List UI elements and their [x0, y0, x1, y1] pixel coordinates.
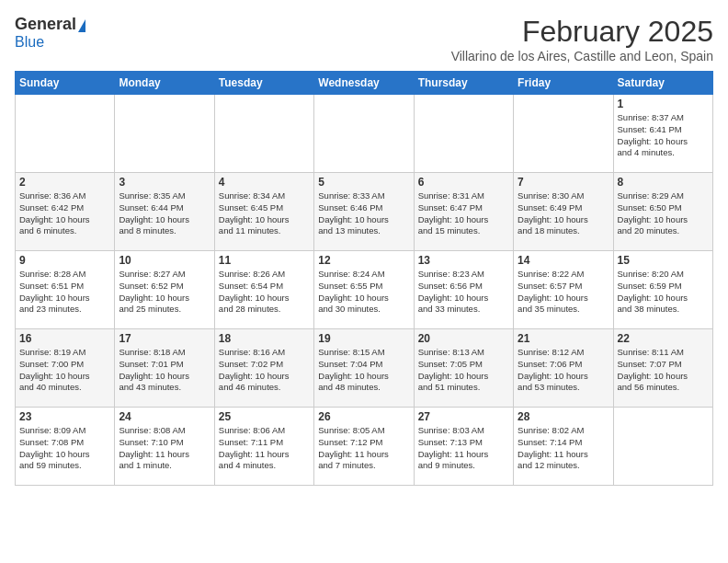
calendar-cell: 26Sunrise: 8:05 AM Sunset: 7:12 PM Dayli…: [314, 408, 414, 486]
day-info: Sunrise: 8:36 AM Sunset: 6:42 PM Dayligh…: [19, 190, 110, 237]
day-number: 21: [518, 332, 609, 345]
calendar-cell: 13Sunrise: 8:23 AM Sunset: 6:56 PM Dayli…: [414, 251, 513, 329]
day-number: 3: [119, 176, 210, 189]
day-number: 24: [119, 410, 210, 423]
logo-blue-text: Blue: [15, 34, 44, 51]
weekday-header-saturday: Saturday: [613, 72, 712, 95]
calendar-cell: [514, 95, 613, 173]
day-info: Sunrise: 8:30 AM Sunset: 6:49 PM Dayligh…: [518, 190, 609, 237]
calendar-week-row: 2Sunrise: 8:36 AM Sunset: 6:42 PM Daylig…: [16, 173, 713, 251]
logo-general-text: General: [15, 15, 76, 34]
calendar-cell: 21Sunrise: 8:12 AM Sunset: 7:06 PM Dayli…: [514, 329, 613, 408]
weekday-header-wednesday: Wednesday: [314, 72, 414, 95]
calendar-cell: [314, 95, 414, 173]
day-number: 6: [418, 176, 509, 189]
calendar-cell: 5Sunrise: 8:33 AM Sunset: 6:46 PM Daylig…: [314, 173, 414, 251]
day-info: Sunrise: 8:29 AM Sunset: 6:50 PM Dayligh…: [618, 190, 709, 237]
calendar-table: SundayMondayTuesdayWednesdayThursdayFrid…: [15, 71, 713, 486]
calendar-cell: 6Sunrise: 8:31 AM Sunset: 6:47 PM Daylig…: [414, 173, 513, 251]
weekday-header-monday: Monday: [115, 72, 214, 95]
calendar-cell: 28Sunrise: 8:02 AM Sunset: 7:14 PM Dayli…: [514, 408, 613, 486]
calendar-cell: [613, 408, 712, 486]
calendar-cell: 17Sunrise: 8:18 AM Sunset: 7:01 PM Dayli…: [115, 329, 214, 408]
day-number: 23: [19, 410, 110, 423]
day-info: Sunrise: 8:23 AM Sunset: 6:56 PM Dayligh…: [418, 269, 509, 316]
calendar-cell: 14Sunrise: 8:22 AM Sunset: 6:57 PM Dayli…: [514, 251, 613, 329]
calendar-cell: 25Sunrise: 8:06 AM Sunset: 7:11 PM Dayli…: [214, 408, 313, 486]
calendar-cell: 27Sunrise: 8:03 AM Sunset: 7:13 PM Dayli…: [414, 408, 513, 486]
day-number: 17: [119, 332, 210, 345]
day-info: Sunrise: 8:26 AM Sunset: 6:54 PM Dayligh…: [219, 269, 310, 316]
day-info: Sunrise: 8:20 AM Sunset: 6:59 PM Dayligh…: [618, 269, 709, 316]
day-info: Sunrise: 8:16 AM Sunset: 7:02 PM Dayligh…: [219, 347, 310, 394]
location-subtitle: Villarino de los Aires, Castille and Leo…: [451, 49, 713, 63]
day-number: 14: [518, 254, 609, 267]
day-number: 7: [518, 176, 609, 189]
day-number: 28: [518, 410, 609, 423]
weekday-header-thursday: Thursday: [414, 72, 513, 95]
calendar-cell: 18Sunrise: 8:16 AM Sunset: 7:02 PM Dayli…: [214, 329, 313, 408]
day-number: 4: [219, 176, 310, 189]
day-number: 15: [618, 254, 709, 267]
day-number: 1: [618, 98, 709, 110]
calendar-cell: 24Sunrise: 8:08 AM Sunset: 7:10 PM Dayli…: [115, 408, 214, 486]
weekday-header-sunday: Sunday: [16, 72, 115, 95]
day-number: 2: [19, 176, 110, 189]
day-info: Sunrise: 8:09 AM Sunset: 7:08 PM Dayligh…: [19, 425, 110, 472]
calendar-cell: 15Sunrise: 8:20 AM Sunset: 6:59 PM Dayli…: [613, 251, 712, 329]
calendar-week-row: 23Sunrise: 8:09 AM Sunset: 7:08 PM Dayli…: [16, 408, 713, 486]
weekday-header-row: SundayMondayTuesdayWednesdayThursdayFrid…: [16, 72, 713, 95]
month-year-title: February 2025: [451, 15, 713, 49]
day-number: 19: [318, 332, 409, 345]
calendar-cell: 22Sunrise: 8:11 AM Sunset: 7:07 PM Dayli…: [613, 329, 712, 408]
logo-triangle-icon: [78, 19, 85, 32]
day-info: Sunrise: 8:05 AM Sunset: 7:12 PM Dayligh…: [318, 425, 409, 472]
day-number: 12: [318, 254, 409, 267]
calendar-cell: 2Sunrise: 8:36 AM Sunset: 6:42 PM Daylig…: [16, 173, 115, 251]
day-info: Sunrise: 8:08 AM Sunset: 7:10 PM Dayligh…: [119, 425, 210, 472]
calendar-cell: 3Sunrise: 8:35 AM Sunset: 6:44 PM Daylig…: [115, 173, 214, 251]
day-number: 10: [119, 254, 210, 267]
weekday-header-friday: Friday: [514, 72, 613, 95]
weekday-header-tuesday: Tuesday: [214, 72, 313, 95]
day-info: Sunrise: 8:12 AM Sunset: 7:06 PM Dayligh…: [518, 347, 609, 394]
calendar-cell: 12Sunrise: 8:24 AM Sunset: 6:55 PM Dayli…: [314, 251, 414, 329]
day-info: Sunrise: 8:15 AM Sunset: 7:04 PM Dayligh…: [318, 347, 409, 394]
calendar-cell: [16, 95, 115, 173]
day-info: Sunrise: 8:22 AM Sunset: 6:57 PM Dayligh…: [518, 269, 609, 316]
day-info: Sunrise: 8:27 AM Sunset: 6:52 PM Dayligh…: [119, 269, 210, 316]
day-info: Sunrise: 8:11 AM Sunset: 7:07 PM Dayligh…: [618, 347, 709, 394]
day-number: 5: [318, 176, 409, 189]
calendar-week-row: 16Sunrise: 8:19 AM Sunset: 7:00 PM Dayli…: [16, 329, 713, 408]
calendar-cell: 20Sunrise: 8:13 AM Sunset: 7:05 PM Dayli…: [414, 329, 513, 408]
calendar-cell: [214, 95, 313, 173]
calendar-header: SundayMondayTuesdayWednesdayThursdayFrid…: [16, 72, 713, 95]
day-number: 18: [219, 332, 310, 345]
calendar-cell: 7Sunrise: 8:30 AM Sunset: 6:49 PM Daylig…: [514, 173, 613, 251]
day-number: 22: [618, 332, 709, 345]
day-info: Sunrise: 8:18 AM Sunset: 7:01 PM Dayligh…: [119, 347, 210, 394]
day-info: Sunrise: 8:13 AM Sunset: 7:05 PM Dayligh…: [418, 347, 509, 394]
day-info: Sunrise: 8:35 AM Sunset: 6:44 PM Dayligh…: [119, 190, 210, 237]
page-header: General Blue February 2025 Villarino de …: [15, 15, 713, 63]
day-info: Sunrise: 8:19 AM Sunset: 7:00 PM Dayligh…: [19, 347, 110, 394]
title-block: February 2025 Villarino de los Aires, Ca…: [451, 15, 713, 63]
day-number: 27: [418, 410, 509, 423]
calendar-cell: 11Sunrise: 8:26 AM Sunset: 6:54 PM Dayli…: [214, 251, 313, 329]
calendar-cell: [115, 95, 214, 173]
day-info: Sunrise: 8:24 AM Sunset: 6:55 PM Dayligh…: [318, 269, 409, 316]
day-info: Sunrise: 8:03 AM Sunset: 7:13 PM Dayligh…: [418, 425, 509, 472]
calendar-cell: [414, 95, 513, 173]
logo: General Blue: [15, 15, 85, 51]
day-info: Sunrise: 8:31 AM Sunset: 6:47 PM Dayligh…: [418, 190, 509, 237]
day-info: Sunrise: 8:37 AM Sunset: 6:41 PM Dayligh…: [618, 112, 709, 159]
day-info: Sunrise: 8:06 AM Sunset: 7:11 PM Dayligh…: [219, 425, 310, 472]
calendar-body: 1Sunrise: 8:37 AM Sunset: 6:41 PM Daylig…: [16, 95, 713, 486]
day-info: Sunrise: 8:28 AM Sunset: 6:51 PM Dayligh…: [19, 269, 110, 316]
day-number: 25: [219, 410, 310, 423]
calendar-week-row: 1Sunrise: 8:37 AM Sunset: 6:41 PM Daylig…: [16, 95, 713, 173]
calendar-cell: 10Sunrise: 8:27 AM Sunset: 6:52 PM Dayli…: [115, 251, 214, 329]
day-number: 13: [418, 254, 509, 267]
calendar-cell: 8Sunrise: 8:29 AM Sunset: 6:50 PM Daylig…: [613, 173, 712, 251]
day-number: 16: [19, 332, 110, 345]
